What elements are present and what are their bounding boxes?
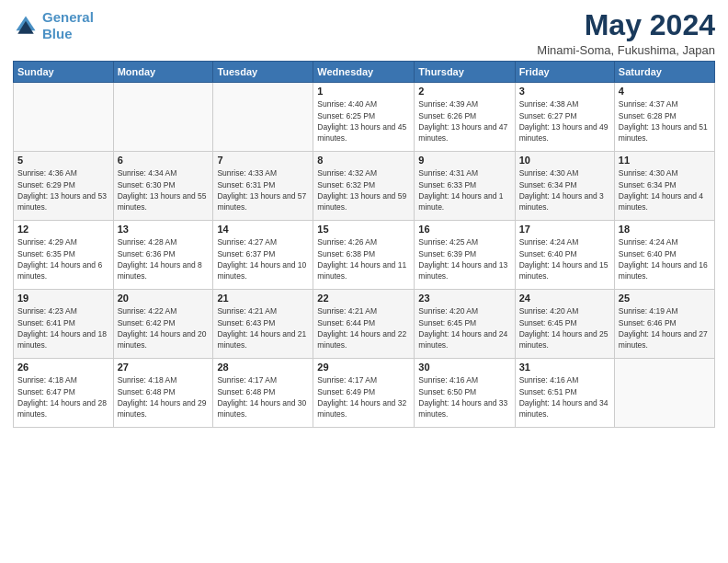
calendar-cell: 9Sunrise: 4:31 AMSunset: 6:33 PMDaylight… bbox=[415, 152, 515, 221]
calendar-cell bbox=[14, 83, 114, 152]
calendar-cell: 10Sunrise: 4:30 AMSunset: 6:34 PMDayligh… bbox=[515, 152, 614, 221]
calendar-week-5: 26Sunrise: 4:18 AMSunset: 6:47 PMDayligh… bbox=[14, 359, 715, 428]
calendar-cell: 21Sunrise: 4:21 AMSunset: 6:43 PMDayligh… bbox=[213, 290, 313, 359]
calendar-cell: 3Sunrise: 4:38 AMSunset: 6:27 PMDaylight… bbox=[515, 83, 614, 152]
day-number: 28 bbox=[217, 362, 309, 373]
calendar-cell: 13Sunrise: 4:28 AMSunset: 6:36 PMDayligh… bbox=[113, 221, 213, 290]
day-number: 16 bbox=[418, 224, 510, 235]
day-info: Sunrise: 4:34 AMSunset: 6:30 PMDaylight:… bbox=[118, 167, 210, 213]
day-info: Sunrise: 4:18 AMSunset: 6:47 PMDaylight:… bbox=[17, 374, 109, 419]
calendar-cell: 23Sunrise: 4:20 AMSunset: 6:45 PMDayligh… bbox=[415, 290, 515, 359]
day-info: Sunrise: 4:22 AMSunset: 6:42 PMDaylight:… bbox=[118, 305, 210, 350]
calendar-subtitle: Minami-Soma, Fukushima, Japan bbox=[537, 43, 715, 57]
day-info: Sunrise: 4:38 AMSunset: 6:27 PMDaylight:… bbox=[519, 98, 610, 144]
day-info: Sunrise: 4:21 AMSunset: 6:44 PMDaylight:… bbox=[317, 305, 410, 350]
logo: General Blue bbox=[13, 9, 94, 42]
calendar-cell: 28Sunrise: 4:17 AMSunset: 6:48 PMDayligh… bbox=[213, 359, 313, 428]
day-info: Sunrise: 4:24 AMSunset: 6:40 PMDaylight:… bbox=[619, 236, 711, 282]
day-number: 13 bbox=[118, 224, 210, 235]
calendar-cell: 15Sunrise: 4:26 AMSunset: 6:38 PMDayligh… bbox=[313, 221, 415, 290]
day-number: 17 bbox=[519, 224, 610, 235]
day-number: 3 bbox=[519, 86, 610, 97]
calendar-table: SundayMondayTuesdayWednesdayThursdayFrid… bbox=[13, 61, 715, 428]
day-number: 4 bbox=[619, 86, 711, 97]
day-number: 31 bbox=[519, 362, 610, 373]
calendar-week-2: 5Sunrise: 4:36 AMSunset: 6:29 PMDaylight… bbox=[14, 152, 715, 221]
calendar-cell: 19Sunrise: 4:23 AMSunset: 6:41 PMDayligh… bbox=[14, 290, 114, 359]
day-info: Sunrise: 4:24 AMSunset: 6:40 PMDaylight:… bbox=[519, 236, 610, 282]
day-number: 8 bbox=[317, 155, 410, 166]
day-number: 12 bbox=[17, 224, 109, 235]
weekday-header-thursday: Thursday bbox=[415, 62, 515, 83]
calendar-cell: 6Sunrise: 4:34 AMSunset: 6:30 PMDaylight… bbox=[113, 152, 213, 221]
day-number: 22 bbox=[317, 293, 410, 304]
calendar-week-3: 12Sunrise: 4:29 AMSunset: 6:35 PMDayligh… bbox=[14, 221, 715, 290]
calendar-cell: 8Sunrise: 4:32 AMSunset: 6:32 PMDaylight… bbox=[313, 152, 415, 221]
day-info: Sunrise: 4:30 AMSunset: 6:34 PMDaylight:… bbox=[619, 167, 711, 213]
day-info: Sunrise: 4:39 AMSunset: 6:26 PMDaylight:… bbox=[418, 98, 510, 144]
logo-text: General Blue bbox=[42, 9, 94, 42]
day-info: Sunrise: 4:30 AMSunset: 6:34 PMDaylight:… bbox=[519, 167, 610, 213]
calendar-cell bbox=[113, 83, 213, 152]
day-info: Sunrise: 4:33 AMSunset: 6:31 PMDaylight:… bbox=[217, 167, 309, 213]
calendar-cell: 31Sunrise: 4:16 AMSunset: 6:51 PMDayligh… bbox=[515, 359, 614, 428]
day-number: 26 bbox=[17, 362, 109, 373]
calendar-cell: 11Sunrise: 4:30 AMSunset: 6:34 PMDayligh… bbox=[614, 152, 714, 221]
weekday-header-wednesday: Wednesday bbox=[313, 62, 415, 83]
calendar-cell: 26Sunrise: 4:18 AMSunset: 6:47 PMDayligh… bbox=[14, 359, 114, 428]
calendar-cell: 22Sunrise: 4:21 AMSunset: 6:44 PMDayligh… bbox=[313, 290, 415, 359]
day-number: 11 bbox=[619, 155, 711, 166]
logo-blue: Blue bbox=[42, 26, 73, 41]
day-info: Sunrise: 4:19 AMSunset: 6:46 PMDaylight:… bbox=[619, 305, 711, 350]
day-number: 6 bbox=[118, 155, 210, 166]
day-info: Sunrise: 4:27 AMSunset: 6:37 PMDaylight:… bbox=[217, 236, 309, 282]
day-info: Sunrise: 4:17 AMSunset: 6:49 PMDaylight:… bbox=[317, 374, 410, 419]
day-info: Sunrise: 4:36 AMSunset: 6:29 PMDaylight:… bbox=[17, 167, 109, 213]
day-number: 19 bbox=[17, 293, 109, 304]
day-number: 24 bbox=[519, 293, 610, 304]
day-info: Sunrise: 4:17 AMSunset: 6:48 PMDaylight:… bbox=[217, 374, 309, 419]
day-info: Sunrise: 4:16 AMSunset: 6:51 PMDaylight:… bbox=[519, 374, 610, 419]
day-number: 21 bbox=[217, 293, 309, 304]
day-info: Sunrise: 4:20 AMSunset: 6:45 PMDaylight:… bbox=[418, 305, 510, 350]
calendar-cell: 12Sunrise: 4:29 AMSunset: 6:35 PMDayligh… bbox=[14, 221, 114, 290]
calendar-cell bbox=[614, 359, 714, 428]
calendar-cell: 2Sunrise: 4:39 AMSunset: 6:26 PMDaylight… bbox=[415, 83, 515, 152]
calendar-cell: 24Sunrise: 4:20 AMSunset: 6:45 PMDayligh… bbox=[515, 290, 614, 359]
weekday-header-row: SundayMondayTuesdayWednesdayThursdayFrid… bbox=[14, 62, 715, 83]
day-number: 10 bbox=[519, 155, 610, 166]
day-number: 23 bbox=[418, 293, 510, 304]
title-block: May 2024 Minami-Soma, Fukushima, Japan bbox=[537, 9, 715, 57]
calendar-cell: 7Sunrise: 4:33 AMSunset: 6:31 PMDaylight… bbox=[213, 152, 313, 221]
calendar-cell bbox=[213, 83, 313, 152]
calendar-cell: 29Sunrise: 4:17 AMSunset: 6:49 PMDayligh… bbox=[313, 359, 415, 428]
day-info: Sunrise: 4:21 AMSunset: 6:43 PMDaylight:… bbox=[217, 305, 309, 350]
calendar-cell: 16Sunrise: 4:25 AMSunset: 6:39 PMDayligh… bbox=[415, 221, 515, 290]
day-info: Sunrise: 4:31 AMSunset: 6:33 PMDaylight:… bbox=[418, 167, 510, 213]
day-number: 20 bbox=[118, 293, 210, 304]
calendar-cell: 27Sunrise: 4:18 AMSunset: 6:48 PMDayligh… bbox=[113, 359, 213, 428]
calendar-cell: 30Sunrise: 4:16 AMSunset: 6:50 PMDayligh… bbox=[415, 359, 515, 428]
calendar-week-4: 19Sunrise: 4:23 AMSunset: 6:41 PMDayligh… bbox=[14, 290, 715, 359]
header: General Blue May 2024 Minami-Soma, Fukus… bbox=[13, 9, 715, 57]
weekday-header-saturday: Saturday bbox=[614, 62, 714, 83]
day-info: Sunrise: 4:16 AMSunset: 6:50 PMDaylight:… bbox=[418, 374, 510, 419]
weekday-header-friday: Friday bbox=[515, 62, 614, 83]
day-info: Sunrise: 4:28 AMSunset: 6:36 PMDaylight:… bbox=[118, 236, 210, 282]
calendar-cell: 25Sunrise: 4:19 AMSunset: 6:46 PMDayligh… bbox=[614, 290, 714, 359]
calendar-title: May 2024 bbox=[537, 9, 715, 41]
day-info: Sunrise: 4:26 AMSunset: 6:38 PMDaylight:… bbox=[317, 236, 410, 282]
weekday-header-sunday: Sunday bbox=[14, 62, 114, 83]
day-info: Sunrise: 4:37 AMSunset: 6:28 PMDaylight:… bbox=[619, 98, 711, 144]
calendar-week-1: 1Sunrise: 4:40 AMSunset: 6:25 PMDaylight… bbox=[14, 83, 715, 152]
day-number: 29 bbox=[317, 362, 410, 373]
main-container: General Blue May 2024 Minami-Soma, Fukus… bbox=[0, 0, 728, 437]
day-info: Sunrise: 4:25 AMSunset: 6:39 PMDaylight:… bbox=[418, 236, 510, 282]
day-number: 2 bbox=[418, 86, 510, 97]
day-info: Sunrise: 4:40 AMSunset: 6:25 PMDaylight:… bbox=[317, 98, 410, 144]
day-number: 27 bbox=[118, 362, 210, 373]
day-number: 14 bbox=[217, 224, 309, 235]
calendar-cell: 14Sunrise: 4:27 AMSunset: 6:37 PMDayligh… bbox=[213, 221, 313, 290]
calendar-cell: 20Sunrise: 4:22 AMSunset: 6:42 PMDayligh… bbox=[113, 290, 213, 359]
day-info: Sunrise: 4:23 AMSunset: 6:41 PMDaylight:… bbox=[17, 305, 109, 350]
